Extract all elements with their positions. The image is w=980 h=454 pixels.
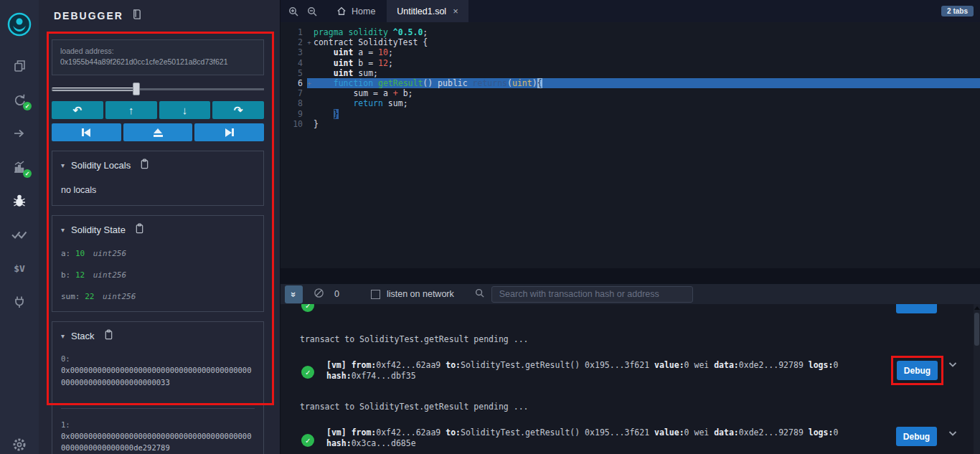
step-into-button[interactable]: ↓ xyxy=(159,101,211,119)
code-line[interactable]: 4 uint b = 12; xyxy=(281,58,980,68)
line-number[interactable]: 2 xyxy=(281,37,305,47)
jump-next-breakpoint-button[interactable] xyxy=(194,123,264,141)
line-number[interactable]: 6 xyxy=(281,78,305,88)
debug-button[interactable]: Debug xyxy=(897,361,938,380)
tab-home[interactable]: Home xyxy=(325,0,387,22)
debug-button-partial[interactable] xyxy=(896,304,937,313)
step-back-button[interactable]: ↑ xyxy=(105,101,157,119)
terminal-toolbar: » 0 listen on network xyxy=(281,284,980,304)
line-number[interactable]: 7 xyxy=(281,88,305,98)
loaded-address-label: loaded address: xyxy=(60,47,255,55)
code-line[interactable]: 6+ function getResult() public returns(u… xyxy=(281,78,980,88)
transaction-log: [vm] from:0xf42...62aa9 to:SolidityTest.… xyxy=(326,427,877,448)
static-analysis-icon[interactable]: ✓ xyxy=(12,159,27,175)
jump-previous-breakpoint-button[interactable] xyxy=(52,123,121,141)
terminal-scrollbar[interactable] xyxy=(974,304,980,454)
terminal-search-input[interactable] xyxy=(491,286,693,303)
line-number[interactable]: 9 xyxy=(281,109,305,119)
stack-header[interactable]: ▾ Stack xyxy=(61,329,255,343)
fold-marker-icon[interactable] xyxy=(305,58,314,68)
close-tab-icon[interactable]: × xyxy=(453,6,458,16)
code-line[interactable]: 8 return sum; xyxy=(281,98,980,108)
home-icon xyxy=(336,6,347,16)
line-number[interactable]: 8 xyxy=(281,98,305,108)
sv-plugin-icon[interactable]: $V xyxy=(14,260,25,276)
icon-sidebar: ✓ ✓ xyxy=(0,0,39,454)
remix-logo-icon[interactable] xyxy=(6,11,32,40)
tabs-count-badge: 2 tabs xyxy=(941,6,974,16)
zoom-in-icon[interactable] xyxy=(288,6,299,17)
line-number[interactable]: 10 xyxy=(281,119,305,129)
slider-track xyxy=(52,88,264,90)
caret-down-icon: ▾ xyxy=(61,332,65,340)
expand-details-icon[interactable] xyxy=(947,359,958,372)
scrollbar-thumb[interactable] xyxy=(974,313,979,346)
slider-thumb[interactable] xyxy=(133,82,140,95)
line-number[interactable]: 4 xyxy=(281,58,305,68)
tab-untitled1-sol[interactable]: Untitled1.sol × xyxy=(387,0,468,22)
solidity-compiler-icon[interactable]: ✓ xyxy=(12,92,27,108)
tx-to: SolidityTest.getResult() xyxy=(461,360,580,370)
fold-marker-icon[interactable]: + xyxy=(305,37,314,47)
copy-clipboard-icon[interactable] xyxy=(140,159,149,172)
code-line[interactable]: 3 uint a = 10; xyxy=(281,47,980,57)
fold-marker-icon[interactable]: + xyxy=(305,78,314,88)
deploy-and-run-icon[interactable] xyxy=(12,126,27,141)
fold-marker-icon[interactable] xyxy=(305,88,314,98)
solidity-state-header[interactable]: ▾ Solidity State xyxy=(61,223,255,237)
fold-marker-icon[interactable] xyxy=(305,109,314,119)
step-over-forward-button[interactable]: ↷ xyxy=(212,101,264,119)
solidity-locals-header[interactable]: ▾ Solidity Locals xyxy=(61,159,255,172)
plugin-manager-icon[interactable] xyxy=(12,294,27,310)
annotation-rectangle-debug: Debug xyxy=(891,356,943,385)
solidity-locals-section: ▾ Solidity Locals no locals xyxy=(52,151,264,206)
zoom-out-icon[interactable] xyxy=(306,6,318,17)
settings-icon[interactable] xyxy=(0,437,39,453)
fold-marker-icon[interactable] xyxy=(305,119,314,129)
stack-section: ▾ Stack 0: 0x000000000000000000000000000… xyxy=(52,321,264,454)
pending-transaction-line: transact to SolidityTest.getResult pendi… xyxy=(300,334,529,344)
scroll-up-icon[interactable] xyxy=(974,306,980,310)
line-number[interactable]: 3 xyxy=(281,47,305,57)
fold-marker-icon[interactable] xyxy=(305,47,314,57)
tx-value: 0 wei xyxy=(684,360,710,370)
debugger-icon[interactable] xyxy=(12,193,27,209)
expand-details-icon[interactable] xyxy=(947,427,958,441)
code-line[interactable]: 7 sum = a + b; xyxy=(281,88,980,98)
tx-data: 0xde2...92789 xyxy=(739,427,804,438)
line-number[interactable]: 5 xyxy=(281,68,305,78)
step-over-back-button[interactable]: ↶ xyxy=(52,101,103,119)
terminal-output: ✓ transact to SolidityTest.getResult pen… xyxy=(281,304,980,454)
listen-network-label: listen on network xyxy=(387,289,454,299)
debug-button[interactable]: Debug xyxy=(896,427,937,446)
copy-clipboard-icon[interactable] xyxy=(104,329,113,343)
fold-marker-icon[interactable] xyxy=(305,98,314,108)
terminal-drag-handle[interactable] xyxy=(281,268,980,284)
caret-down-icon: ▾ xyxy=(61,226,65,234)
tx-logs: 0 xyxy=(833,427,838,438)
unit-testing-icon[interactable] xyxy=(11,227,28,242)
search-icon xyxy=(474,288,485,301)
expand-terminal-icon[interactable]: » xyxy=(285,285,303,303)
stack-entry: 1: 0x00000000000000000000000000000000000… xyxy=(61,408,255,454)
jump-out-button[interactable] xyxy=(123,123,193,141)
debugger-docs-icon[interactable] xyxy=(131,9,142,23)
copy-clipboard-icon[interactable] xyxy=(135,223,144,237)
line-number[interactable]: 1 xyxy=(281,27,305,37)
code-editor[interactable]: 1pragma solidity ^0.5.0;2+contract Solid… xyxy=(281,22,980,268)
fold-marker-icon[interactable] xyxy=(305,68,314,78)
file-explorer-icon[interactable] xyxy=(12,58,27,74)
compiler-success-badge: ✓ xyxy=(23,102,32,110)
code-line[interactable]: 9 } xyxy=(281,109,980,119)
code-line[interactable]: 5 uint sum; xyxy=(281,68,980,78)
debug-step-slider[interactable] xyxy=(52,82,264,95)
loaded-address-box: loaded address: 0x1955b44a89f2621d0cc1cf… xyxy=(52,39,264,75)
code-line[interactable]: 10} xyxy=(281,119,980,129)
pending-count: 0 xyxy=(334,289,339,299)
transaction-log: [vm] from:0xf42...62aa9 to:SolidityTest.… xyxy=(326,360,877,381)
code-line[interactable]: 2+contract SolidityTest { xyxy=(281,37,980,47)
clear-console-icon[interactable] xyxy=(314,288,324,301)
fold-marker-icon[interactable] xyxy=(305,27,314,37)
code-line[interactable]: 1pragma solidity ^0.5.0; xyxy=(281,27,980,37)
listen-network-checkbox[interactable] xyxy=(371,290,380,299)
